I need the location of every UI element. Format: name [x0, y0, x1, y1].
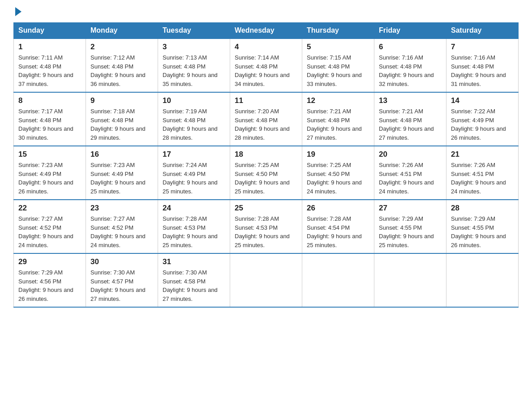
calendar-cell: 8 Sunrise: 7:17 AMSunset: 4:48 PMDayligh…: [14, 92, 86, 146]
calendar-cell: 12 Sunrise: 7:21 AMSunset: 4:48 PMDaylig…: [302, 92, 374, 146]
day-info: Sunrise: 7:12 AMSunset: 4:48 PMDaylight:…: [90, 53, 153, 88]
calendar-cell: 13 Sunrise: 7:21 AMSunset: 4:48 PMDaylig…: [374, 92, 446, 146]
day-number: 18: [235, 150, 297, 159]
day-number: 24: [163, 204, 225, 213]
calendar-cell: 27 Sunrise: 7:29 AMSunset: 4:55 PMDaylig…: [374, 200, 446, 253]
calendar-cell: 21 Sunrise: 7:26 AMSunset: 4:51 PMDaylig…: [446, 146, 519, 200]
calendar-cell: 9 Sunrise: 7:18 AMSunset: 4:48 PMDayligh…: [86, 92, 158, 146]
day-number: 20: [379, 150, 442, 159]
calendar-cell: 25 Sunrise: 7:28 AMSunset: 4:53 PMDaylig…: [230, 200, 302, 253]
calendar-cell: [302, 253, 374, 307]
calendar-cell: 14 Sunrise: 7:22 AMSunset: 4:49 PMDaylig…: [446, 92, 519, 146]
calendar-cell: [230, 253, 302, 307]
day-number: 12: [307, 96, 369, 105]
day-number: 26: [307, 204, 369, 213]
day-number: 19: [307, 150, 369, 159]
day-number: 2: [90, 43, 153, 51]
calendar-week-row: 22 Sunrise: 7:27 AMSunset: 4:52 PMDaylig…: [14, 200, 519, 253]
day-number: 21: [451, 150, 514, 159]
day-info: Sunrise: 7:26 AMSunset: 4:51 PMDaylight:…: [379, 161, 442, 196]
day-number: 6: [379, 43, 442, 51]
day-number: 4: [235, 43, 297, 51]
day-number: 10: [163, 96, 225, 105]
calendar-cell: 3 Sunrise: 7:13 AMSunset: 4:48 PMDayligh…: [158, 39, 230, 92]
day-number: 14: [451, 96, 514, 105]
header: [13, 9, 519, 13]
calendar-cell: 31 Sunrise: 7:30 AMSunset: 4:58 PMDaylig…: [158, 253, 230, 307]
day-number: 13: [379, 96, 442, 105]
day-number: 30: [90, 257, 153, 266]
day-info: Sunrise: 7:29 AMSunset: 4:55 PMDaylight:…: [379, 214, 442, 249]
day-info: Sunrise: 7:30 AMSunset: 4:58 PMDaylight:…: [163, 268, 225, 303]
day-number: 29: [18, 257, 81, 266]
day-info: Sunrise: 7:17 AMSunset: 4:48 PMDaylight:…: [18, 107, 81, 142]
day-number: 11: [235, 96, 297, 105]
weekday-header: Friday: [374, 23, 446, 39]
day-info: Sunrise: 7:21 AMSunset: 4:48 PMDaylight:…: [379, 107, 442, 142]
weekday-header: Saturday: [446, 23, 519, 39]
day-info: Sunrise: 7:16 AMSunset: 4:48 PMDaylight:…: [379, 53, 442, 88]
calendar-week-row: 29 Sunrise: 7:29 AMSunset: 4:56 PMDaylig…: [14, 253, 519, 307]
calendar-cell: [446, 253, 519, 307]
calendar-cell: 4 Sunrise: 7:14 AMSunset: 4:48 PMDayligh…: [230, 39, 302, 92]
day-number: 16: [90, 150, 153, 159]
calendar-week-row: 15 Sunrise: 7:23 AMSunset: 4:49 PMDaylig…: [14, 146, 519, 200]
day-number: 25: [235, 204, 297, 213]
day-number: 3: [163, 43, 225, 51]
calendar-cell: 1 Sunrise: 7:11 AMSunset: 4:48 PMDayligh…: [14, 39, 86, 92]
day-info: Sunrise: 7:29 AMSunset: 4:56 PMDaylight:…: [18, 268, 81, 303]
calendar-cell: 20 Sunrise: 7:26 AMSunset: 4:51 PMDaylig…: [374, 146, 446, 200]
calendar-cell: 18 Sunrise: 7:25 AMSunset: 4:50 PMDaylig…: [230, 146, 302, 200]
day-number: 27: [379, 204, 442, 213]
day-info: Sunrise: 7:14 AMSunset: 4:48 PMDaylight:…: [235, 53, 297, 88]
day-info: Sunrise: 7:27 AMSunset: 4:52 PMDaylight:…: [18, 214, 81, 249]
calendar-week-row: 8 Sunrise: 7:17 AMSunset: 4:48 PMDayligh…: [14, 92, 519, 146]
weekday-header: Wednesday: [230, 23, 302, 39]
day-number: 7: [451, 43, 514, 51]
calendar-table: SundayMondayTuesdayWednesdayThursdayFrid…: [13, 22, 519, 308]
day-number: 5: [307, 43, 369, 51]
day-info: Sunrise: 7:19 AMSunset: 4:48 PMDaylight:…: [163, 107, 225, 142]
weekday-header: Monday: [86, 23, 158, 39]
day-info: Sunrise: 7:11 AMSunset: 4:48 PMDaylight:…: [18, 53, 81, 88]
weekday-header: Sunday: [14, 23, 86, 39]
weekday-header: Tuesday: [158, 23, 230, 39]
day-number: 22: [18, 204, 81, 213]
calendar-cell: 24 Sunrise: 7:28 AMSunset: 4:53 PMDaylig…: [158, 200, 230, 253]
day-info: Sunrise: 7:21 AMSunset: 4:48 PMDaylight:…: [307, 107, 369, 142]
day-info: Sunrise: 7:30 AMSunset: 4:57 PMDaylight:…: [90, 268, 153, 303]
calendar-cell: 6 Sunrise: 7:16 AMSunset: 4:48 PMDayligh…: [374, 39, 446, 92]
calendar-cell: 15 Sunrise: 7:23 AMSunset: 4:49 PMDaylig…: [14, 146, 86, 200]
calendar-cell: 2 Sunrise: 7:12 AMSunset: 4:48 PMDayligh…: [86, 39, 158, 92]
calendar-cell: 17 Sunrise: 7:24 AMSunset: 4:49 PMDaylig…: [158, 146, 230, 200]
day-info: Sunrise: 7:15 AMSunset: 4:48 PMDaylight:…: [307, 53, 369, 88]
calendar-cell: 7 Sunrise: 7:16 AMSunset: 4:48 PMDayligh…: [446, 39, 519, 92]
day-info: Sunrise: 7:20 AMSunset: 4:48 PMDaylight:…: [235, 107, 297, 142]
day-number: 28: [451, 204, 514, 213]
day-number: 31: [163, 257, 225, 266]
calendar-cell: 28 Sunrise: 7:29 AMSunset: 4:55 PMDaylig…: [446, 200, 519, 253]
logo-arrow-icon: [15, 7, 21, 16]
weekday-header-row: SundayMondayTuesdayWednesdayThursdayFrid…: [14, 23, 519, 39]
day-info: Sunrise: 7:13 AMSunset: 4:48 PMDaylight:…: [163, 53, 225, 88]
day-info: Sunrise: 7:16 AMSunset: 4:48 PMDaylight:…: [451, 53, 514, 88]
day-info: Sunrise: 7:18 AMSunset: 4:48 PMDaylight:…: [90, 107, 153, 142]
calendar-cell: 26 Sunrise: 7:28 AMSunset: 4:54 PMDaylig…: [302, 200, 374, 253]
day-info: Sunrise: 7:25 AMSunset: 4:50 PMDaylight:…: [235, 161, 297, 196]
day-number: 9: [90, 96, 153, 105]
calendar-cell: 23 Sunrise: 7:27 AMSunset: 4:52 PMDaylig…: [86, 200, 158, 253]
day-number: 8: [18, 96, 81, 105]
calendar-cell: 29 Sunrise: 7:29 AMSunset: 4:56 PMDaylig…: [14, 253, 86, 307]
calendar-cell: 22 Sunrise: 7:27 AMSunset: 4:52 PMDaylig…: [14, 200, 86, 253]
day-info: Sunrise: 7:24 AMSunset: 4:49 PMDaylight:…: [163, 161, 225, 196]
logo: [13, 9, 21, 13]
calendar-cell: 16 Sunrise: 7:23 AMSunset: 4:49 PMDaylig…: [86, 146, 158, 200]
day-info: Sunrise: 7:28 AMSunset: 4:53 PMDaylight:…: [163, 214, 225, 249]
day-info: Sunrise: 7:23 AMSunset: 4:49 PMDaylight:…: [18, 161, 81, 196]
calendar-cell: 11 Sunrise: 7:20 AMSunset: 4:48 PMDaylig…: [230, 92, 302, 146]
calendar-cell: [374, 253, 446, 307]
day-info: Sunrise: 7:23 AMSunset: 4:49 PMDaylight:…: [90, 161, 153, 196]
day-number: 23: [90, 204, 153, 213]
day-number: 15: [18, 150, 81, 159]
calendar-cell: 5 Sunrise: 7:15 AMSunset: 4:48 PMDayligh…: [302, 39, 374, 92]
